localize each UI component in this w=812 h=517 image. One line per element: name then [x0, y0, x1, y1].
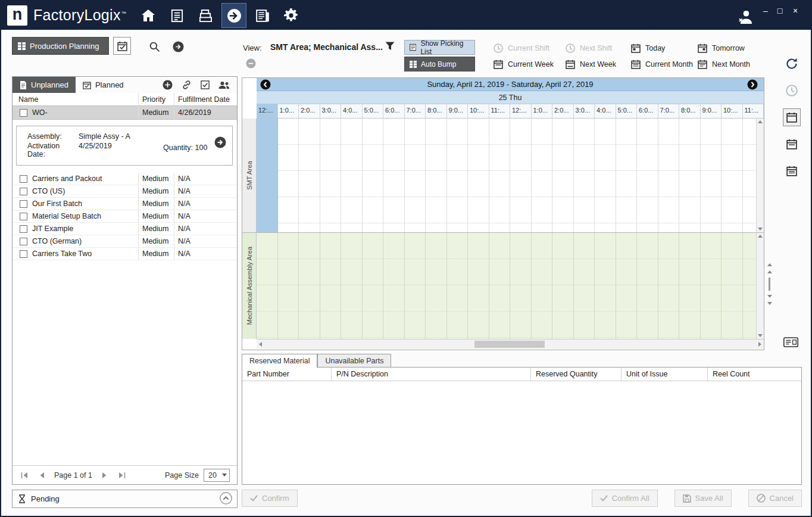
schedule-work-order-icon[interactable] — [214, 136, 226, 150]
settings-gear-icon[interactable] — [279, 3, 304, 28]
splitter-handle[interactable] — [766, 263, 773, 341]
auto-bump-toggle[interactable]: Auto Bump — [404, 57, 475, 71]
refresh-schedule-icon[interactable] — [783, 55, 801, 73]
column-name[interactable]: Name — [13, 93, 139, 105]
scroll-right-icon[interactable] — [758, 342, 761, 347]
cancel-button[interactable]: Cancel — [748, 490, 802, 507]
reports-icon[interactable] — [250, 3, 275, 28]
row-checkbox[interactable] — [20, 225, 27, 233]
time-slot-label: 6:0... — [383, 104, 405, 118]
load-work-orders-icon[interactable] — [170, 40, 186, 53]
document-icon — [20, 81, 27, 89]
row-checkbox[interactable] — [20, 175, 27, 183]
time-slot-label: 11:... — [743, 104, 764, 118]
production-jobs-icon[interactable] — [164, 3, 189, 28]
column-part-number[interactable]: Part Number — [242, 367, 332, 381]
time-slot-label: 12:... — [510, 104, 532, 118]
prev-page-icon[interactable] — [37, 471, 46, 480]
view-value[interactable]: SMT Area; Mechanical Ass... — [270, 42, 383, 52]
work-order-name: CTO (German) — [32, 237, 82, 245]
scheduling-icon[interactable] — [221, 3, 246, 28]
next-month-button[interactable]: Next Month — [698, 58, 750, 70]
column-unit-of-issue[interactable]: Unit of Issue — [622, 367, 708, 381]
column-fulfillment-date[interactable]: Fulfillment Date — [174, 93, 237, 105]
work-order-row-selected[interactable]: WO- Medium 4/26/2019 — [13, 106, 237, 120]
work-order-row[interactable]: JIT ExampleMediumN/A — [13, 223, 237, 235]
horizontal-scrollbar[interactable] — [257, 339, 764, 349]
scroll-left-icon[interactable] — [259, 342, 262, 347]
week-view-icon[interactable] — [783, 135, 801, 153]
minimize-button[interactable]: – — [760, 6, 772, 15]
work-order-row[interactable]: Our First BatchMediumN/A — [13, 198, 237, 210]
current-month-button[interactable]: Current Month — [631, 58, 693, 70]
home-icon[interactable] — [136, 3, 161, 28]
scroll-down-icon[interactable] — [758, 334, 763, 337]
scroll-up-icon[interactable] — [758, 120, 763, 123]
work-order-row[interactable]: CTO (German)MediumN/A — [13, 235, 237, 248]
work-order-row[interactable]: CTO (US)MediumN/A — [13, 185, 237, 198]
row-checkbox[interactable] — [20, 238, 27, 245]
row-checkbox[interactable] — [20, 213, 27, 220]
maximize-button[interactable]: □ — [774, 6, 786, 15]
confirm-button[interactable]: Confirm — [242, 490, 298, 507]
work-order-row[interactable]: Carriers Take TwoMediumN/A — [13, 248, 237, 260]
column-reel-count[interactable]: Reel Count — [708, 367, 801, 381]
schedule-day-header[interactable]: 25 Thu — [257, 91, 764, 104]
show-picking-list-toggle[interactable]: Show Picking List — [404, 40, 475, 55]
day-view-icon[interactable] — [783, 108, 801, 126]
column-pn-description[interactable]: P/N Description — [332, 367, 531, 381]
today-button[interactable]: Today — [631, 42, 665, 54]
save-all-button[interactable]: Save All — [674, 490, 732, 507]
scrollbar-thumb[interactable] — [474, 341, 545, 348]
add-work-order-icon[interactable] — [163, 80, 173, 90]
next-shift-button[interactable]: Next Shift — [566, 42, 612, 54]
close-button[interactable]: × — [789, 6, 801, 15]
app-title: FactoryLogix™ — [33, 7, 126, 24]
schedule-grid-smt[interactable] — [257, 119, 764, 232]
last-page-icon[interactable] — [117, 471, 127, 480]
row-checkbox[interactable] — [20, 200, 27, 208]
next-page-icon[interactable] — [100, 471, 110, 480]
month-view-icon[interactable] — [783, 162, 801, 180]
tab-reserved-material[interactable]: Reserved Material — [242, 354, 317, 368]
scroll-down-icon[interactable] — [758, 228, 763, 231]
user-logout-icon[interactable] — [735, 8, 754, 25]
tab-unavailable-parts[interactable]: Unavailable Parts — [317, 354, 391, 367]
column-priority[interactable]: Priority — [139, 93, 174, 105]
search-icon[interactable] — [146, 40, 162, 53]
prev-period-icon[interactable] — [260, 79, 271, 90]
row-checkbox[interactable] — [20, 250, 27, 258]
column-reserved-quantity[interactable]: Reserved Quantity — [531, 367, 622, 381]
production-planning-button[interactable]: Production Planning — [12, 37, 109, 55]
work-order-row[interactable]: Carriers and PackoutMediumN/A — [13, 173, 237, 185]
shift-view-icon[interactable] — [783, 82, 801, 99]
scroll-up-icon[interactable] — [758, 235, 763, 238]
smt-vertical-scrollbar[interactable] — [756, 119, 764, 232]
expand-panel-icon[interactable] — [220, 492, 232, 506]
filter-icon[interactable] — [385, 42, 395, 52]
row-checkbox[interactable] — [20, 109, 27, 117]
materials-icon[interactable] — [193, 3, 218, 28]
tomorrow-button[interactable]: Tomorrow — [698, 42, 745, 54]
page-size-select[interactable]: 20 — [204, 469, 230, 482]
row-checkbox[interactable] — [20, 188, 27, 195]
planning-board-button[interactable] — [113, 37, 131, 55]
first-page-icon[interactable] — [20, 471, 29, 480]
current-week-button[interactable]: Current Week — [494, 58, 554, 70]
tab-planned[interactable]: Planned — [76, 77, 131, 93]
pending-bar[interactable]: Pending — [12, 490, 238, 508]
batch-select-icon[interactable] — [201, 80, 210, 89]
card-view-icon[interactable] — [781, 335, 800, 349]
schedule-grid-mechanical[interactable] — [257, 233, 764, 339]
confirm-all-button[interactable]: Confirm All — [592, 490, 658, 507]
next-period-icon[interactable] — [747, 79, 758, 90]
mech-vertical-scrollbar[interactable] — [756, 233, 764, 339]
work-order-row[interactable]: Material Setup BatchMediumN/A — [13, 210, 237, 223]
next-week-button[interactable]: Next Week — [566, 58, 616, 70]
customers-icon[interactable] — [218, 81, 230, 89]
tab-unplanned-label: Unplanned — [31, 80, 68, 89]
tab-unplanned[interactable]: Unplanned — [13, 77, 76, 93]
link-icon[interactable] — [182, 80, 192, 90]
current-shift-button[interactable]: Current Shift — [494, 42, 549, 54]
remove-view-icon[interactable] — [246, 58, 256, 70]
